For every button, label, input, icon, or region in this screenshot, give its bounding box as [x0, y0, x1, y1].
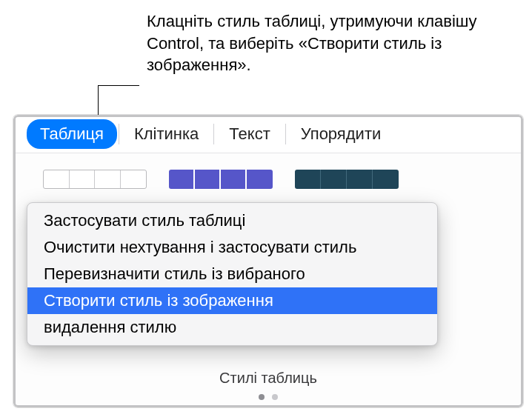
page-dot-2[interactable]	[272, 394, 278, 400]
leader-line-horizontal	[98, 85, 139, 86]
table-style-thumbnail-3[interactable]	[295, 170, 399, 189]
style-page-dots	[13, 394, 523, 400]
tab-text[interactable]: Текст	[216, 119, 283, 149]
page-dot-1[interactable]	[259, 394, 265, 400]
tab-arrange[interactable]: Упорядити	[287, 119, 395, 149]
menu-item-redefine-style[interactable]: Перевизначити стиль із вибраного	[27, 261, 437, 287]
inspector-tabs: Таблиця Клітинка Текст Упорядити	[13, 115, 523, 153]
table-style-thumbnail-1[interactable]	[43, 170, 147, 189]
tab-divider	[213, 124, 214, 144]
format-inspector-panel: Таблиця Клітинка Текст Упорядити Застосу…	[13, 115, 523, 407]
table-styles-label: Стилі таблиць	[13, 370, 523, 387]
menu-item-apply-style[interactable]: Застосувати стиль таблиці	[27, 207, 437, 234]
menu-item-delete-style[interactable]: видалення стилю	[27, 314, 437, 341]
menu-item-create-style-from-image[interactable]: Створити стиль із зображення	[27, 287, 437, 314]
tab-cell[interactable]: Клітинка	[121, 119, 212, 149]
tab-divider	[119, 124, 119, 144]
menu-item-clear-overrides[interactable]: Очистити нехтування і застосувати стиль	[27, 234, 437, 261]
instruction-annotation: Клацніть стиль таблиці, утримуючи клавіш…	[147, 10, 517, 76]
context-menu: Застосувати стиль таблиці Очистити нехту…	[27, 202, 438, 346]
tab-table[interactable]: Таблиця	[27, 119, 117, 149]
table-style-thumbnail-2[interactable]	[169, 170, 273, 189]
tab-divider	[285, 124, 286, 144]
table-styles-row	[13, 153, 523, 189]
